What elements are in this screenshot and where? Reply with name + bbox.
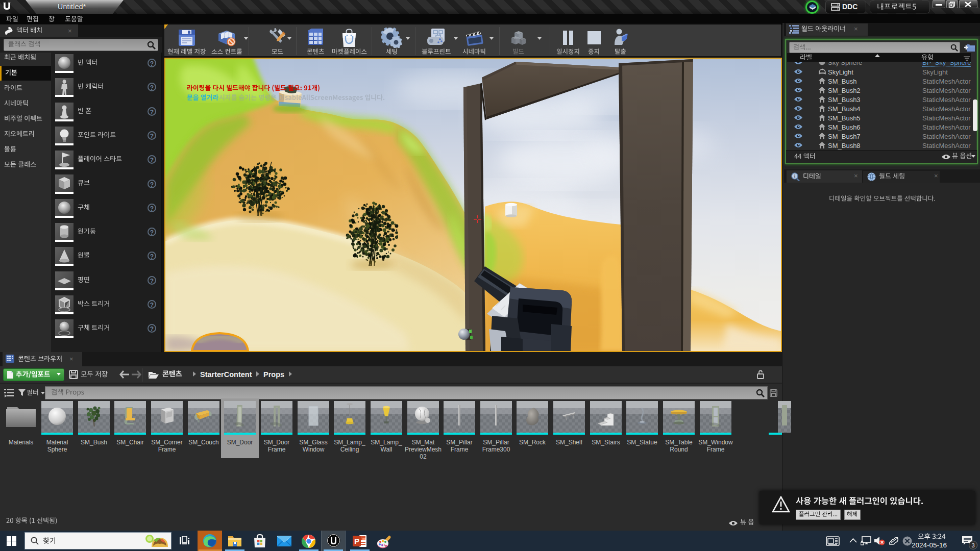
svg-text:P: P: [354, 537, 359, 545]
